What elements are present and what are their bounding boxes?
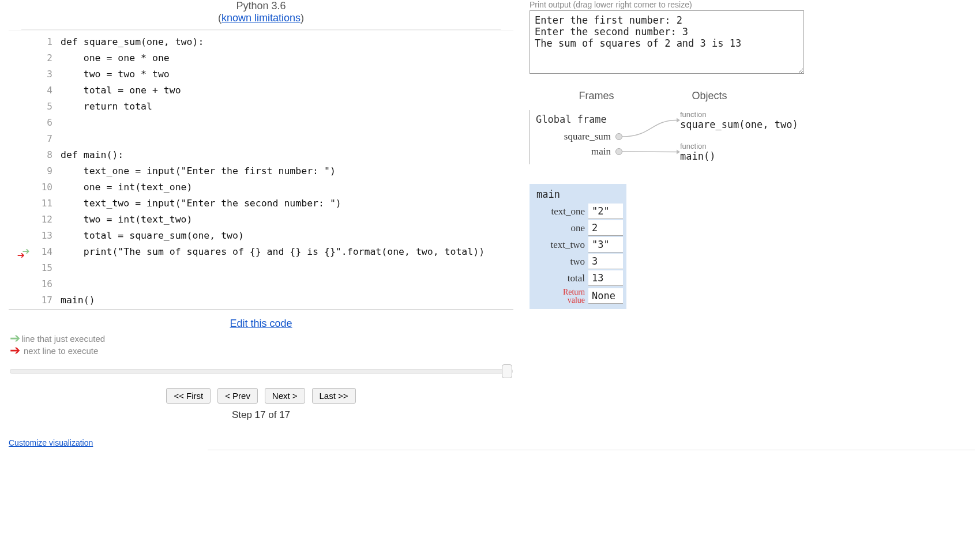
next-arrow-icon: ➔ bbox=[10, 345, 20, 356]
global-var-main: main bbox=[536, 146, 622, 157]
code-text: total = square_sum(one, two) bbox=[61, 230, 244, 241]
line-number: 13 bbox=[25, 230, 61, 241]
first-button[interactable]: << First bbox=[166, 388, 211, 404]
global-frame: Global frame square_sum main bbox=[530, 110, 622, 164]
code-line: 3 two = two * two bbox=[9, 66, 513, 82]
legend: ➔ line that just executed ➔ next line to… bbox=[10, 333, 513, 356]
code-text: def square_sum(one, two): bbox=[61, 36, 204, 47]
step-slider[interactable] bbox=[10, 369, 513, 374]
code-text: total = one + two bbox=[61, 85, 181, 96]
code-line: 11 text_two = input("Enter the second nu… bbox=[9, 195, 513, 211]
code-text: text_two = input("Enter the second numbe… bbox=[61, 198, 341, 209]
code-line: 13 total = square_sum(one, two) bbox=[9, 227, 513, 243]
line-number: 7 bbox=[25, 133, 61, 144]
line-number: 5 bbox=[25, 101, 61, 112]
line-number: 6 bbox=[25, 117, 61, 128]
legend-next: next line to execute bbox=[24, 346, 98, 356]
line-number: 10 bbox=[25, 182, 61, 193]
line-number: 1 bbox=[25, 36, 61, 47]
code-line: 17main() bbox=[9, 292, 513, 308]
legend-prev: line that just executed bbox=[21, 334, 105, 344]
frame-var-row: text_one"2" bbox=[533, 204, 623, 219]
frame-var-row: two3 bbox=[533, 254, 623, 269]
line-number: 2 bbox=[25, 52, 61, 63]
code-text: def main(): bbox=[61, 149, 123, 160]
code-line: 5 return total bbox=[9, 98, 513, 114]
python-version: Python 3.6 bbox=[236, 0, 286, 12]
prev-button[interactable]: < Prev bbox=[217, 388, 258, 404]
code-line: 1def square_sum(one, two): bbox=[9, 33, 513, 50]
line-number: 3 bbox=[25, 69, 61, 80]
code-line: 6 bbox=[9, 114, 513, 130]
code-text: one = int(text_one) bbox=[61, 182, 192, 193]
main-frame: main text_one"2"one2text_two"3"two3total… bbox=[530, 184, 626, 309]
return-row: Return value None bbox=[533, 287, 623, 304]
frames-objects-header: Frames Objects bbox=[530, 90, 974, 102]
line-number: 4 bbox=[25, 85, 61, 96]
line-number: 12 bbox=[25, 214, 61, 225]
object-function-main: function main() bbox=[680, 142, 798, 162]
code-line: 12 two = int(text_two) bbox=[9, 211, 513, 227]
frame-var-row: one2 bbox=[533, 220, 623, 236]
next-button[interactable]: Next > bbox=[265, 388, 305, 404]
edit-code-link[interactable]: Edit this code bbox=[230, 318, 292, 329]
nav-buttons: << First < Prev Next > Last >> Step 17 o… bbox=[9, 388, 513, 421]
code-line: 8def main(): bbox=[9, 146, 513, 163]
frame-var-row: text_two"3" bbox=[533, 237, 623, 253]
line-number: 16 bbox=[25, 278, 61, 289]
known-limitations-link[interactable]: known limitations bbox=[221, 12, 301, 24]
code-text: return total bbox=[61, 101, 152, 112]
code-line: 16 bbox=[9, 276, 513, 292]
frame-var-row: total13 bbox=[533, 270, 623, 286]
step-label: Step 17 of 17 bbox=[9, 409, 513, 421]
main-frame-title: main bbox=[533, 189, 623, 202]
objects-column: function square_sum(one, two) function m… bbox=[680, 110, 798, 174]
code-text: one = one * one bbox=[61, 52, 170, 63]
object-function-square_sum: function square_sum(one, two) bbox=[680, 110, 798, 130]
code-text: main() bbox=[61, 295, 95, 306]
output-box[interactable]: Enter the first number: 2 Enter the seco… bbox=[530, 10, 804, 74]
code-text: two = two * two bbox=[61, 69, 170, 80]
code-line: 15 bbox=[9, 259, 513, 276]
code-line: 4 total = one + two bbox=[9, 82, 513, 98]
customize-link[interactable]: Customize visualization bbox=[9, 438, 93, 447]
line-number: 8 bbox=[25, 149, 61, 160]
code-line: 2 one = one * one bbox=[9, 50, 513, 66]
code-line: ➔➔14 print("The sum of squares of {} and… bbox=[9, 243, 513, 259]
objects-heading: Objects bbox=[663, 90, 756, 102]
line-number: 17 bbox=[25, 295, 61, 306]
code-line: 10 one = int(text_one) bbox=[9, 179, 513, 195]
pointer-dot-icon bbox=[615, 148, 622, 155]
code-text: text_one = input("Enter the first number… bbox=[61, 165, 336, 176]
code-line: 7 bbox=[9, 130, 513, 146]
code-text: print("The sum of squares of {} and {} i… bbox=[61, 246, 485, 257]
code-header: Python 3.6 (known limitations) bbox=[21, 0, 501, 29]
code-text: two = int(text_two) bbox=[61, 214, 192, 225]
global-frame-title: Global frame bbox=[536, 114, 622, 125]
code-line: 9 text_one = input("Enter the first numb… bbox=[9, 163, 513, 179]
pointer-dot-icon bbox=[615, 133, 622, 140]
frames-heading: Frames bbox=[530, 90, 663, 102]
line-number: 15 bbox=[25, 262, 61, 273]
line-number: 14 bbox=[25, 246, 61, 257]
global-var-square_sum: square_sum bbox=[536, 131, 622, 142]
code-listing: 1def square_sum(one, two):2 one = one * … bbox=[9, 31, 513, 308]
last-button[interactable]: Last >> bbox=[312, 388, 356, 404]
line-number: 11 bbox=[25, 198, 61, 209]
output-title: Print output (drag lower right corner to… bbox=[530, 0, 974, 9]
line-number: 9 bbox=[25, 165, 61, 176]
next-arrow-icon: ➔ bbox=[17, 250, 25, 261]
prev-arrow-icon: ➔ bbox=[10, 333, 20, 344]
